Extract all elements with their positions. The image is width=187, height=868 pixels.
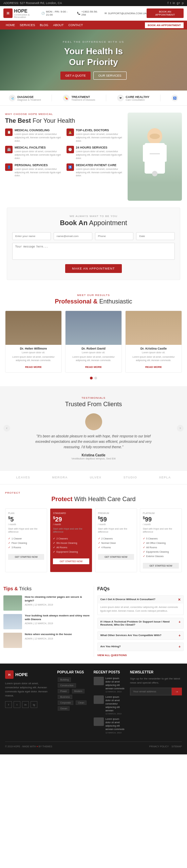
faq-toggle-3[interactable]: + <box>179 634 181 637</box>
dot-2[interactable] <box>94 377 97 379</box>
testimonials-label: TESTIMONIALS <box>5 396 182 399</box>
nav-blog[interactable]: BLOG <box>37 21 51 29</box>
faq-toggle-2[interactable]: + <box>179 620 181 626</box>
robert-read-more[interactable]: READ MORE <box>85 366 102 369</box>
testimonial-next-button[interactable]: › <box>177 425 184 432</box>
linkedin-icon[interactable]: in <box>173 1 175 5</box>
tip-image-3 <box>3 633 22 648</box>
logo-icon: H <box>3 8 13 18</box>
pricing-plan-premium: PREMIUM $59 / month Start with Hope and … <box>95 508 137 573</box>
testimonial-prev-button[interactable]: ‹ <box>3 425 10 432</box>
view-all-faqs[interactable]: VIEW ALL QUESTIONS <box>97 654 184 657</box>
clock-icon: 🕐 <box>41 12 45 15</box>
post-title-2: Lorem ipsum dolor sit amet consectetur a… <box>106 695 125 712</box>
facebook-icon[interactable]: f <box>168 1 169 5</box>
tip-meta-1: ADMIN | 12 MARCH, 2019 <box>25 604 90 606</box>
service-personal: 👤 PERSONAL SERVICES Lorem ipsum dolor si… <box>5 163 63 177</box>
tag-business[interactable]: Business <box>58 695 72 699</box>
name-input[interactable] <box>12 232 51 240</box>
medical-counseling-desc: Lorem ipsum dolor sit amet, consectetur … <box>15 133 63 142</box>
email-icon: ✉ <box>105 12 107 15</box>
plan-basic-price: $5 <box>8 516 44 523</box>
footer-instagram-icon[interactable]: ig <box>31 701 37 708</box>
footer-linkedin-icon[interactable]: in <box>22 701 29 708</box>
email-input[interactable] <box>54 232 92 240</box>
faqs-title: FAQs <box>97 586 184 591</box>
footer-post-1: Lorem ipsum dolor sit amet adipiscing el… <box>94 677 125 693</box>
faq-toggle-1[interactable]: ✕ <box>178 598 181 601</box>
faq-question-3[interactable]: What Other Services Are You Compatible W… <box>98 632 184 639</box>
footer-bottom-links: PRIVACY POLICY SITEMAP <box>149 745 182 748</box>
footer-twitter-icon[interactable]: t <box>14 701 20 708</box>
kristina-read-more[interactable]: READ MORE <box>145 366 162 369</box>
faq-question-2[interactable]: If I Have A Technical Problem Or Support… <box>98 618 184 628</box>
plan-platinum-btn[interactable]: GET STARTED NOW <box>143 563 179 569</box>
sitemap-link[interactable]: SITEMAP <box>171 745 182 748</box>
post-img-3 <box>94 717 104 726</box>
twitter-icon[interactable]: t <box>170 1 171 5</box>
testimonial-author-company: Vestibulum dapibus tempus, Sed Elit <box>29 457 158 460</box>
24hours-name: 24 HOURS SERVICES <box>76 146 125 149</box>
nav-home[interactable]: HOME <box>3 21 17 29</box>
get-quote-button[interactable]: GET A QUOTE <box>60 72 90 80</box>
nav-services[interactable]: SERVICES <box>17 21 37 29</box>
premium-feature-2: Normal Clean <box>98 541 134 545</box>
feature-treatment: 💊 TREATMENT Treatment of Diseases <box>63 95 95 101</box>
dot-1[interactable] <box>90 377 93 379</box>
footer-desc: Lorem ipsum dolor sit amet, consectetur … <box>5 682 52 698</box>
book-appointment-nav-button[interactable]: BOOK AN APPOINTMENT <box>145 22 184 28</box>
24hours-icon: 🕐 <box>67 146 74 153</box>
feature-care: ❤ CARE HEALTHY Care Consultation <box>117 95 149 101</box>
faq-question-1[interactable]: Can I Get A Divorce Without A Consultant… <box>98 596 184 604</box>
tip-image-2 <box>3 614 22 629</box>
nav-contact[interactable]: CONTACT <box>66 21 85 29</box>
helen-read-more[interactable]: READ MORE <box>25 366 42 369</box>
tag-construction[interactable]: Construction <box>58 683 76 688</box>
book-appointment-header-button[interactable]: BOOK AN APPOINTMENT <box>147 8 184 18</box>
team-grid: Dr. Helen Willmore Lorem ipsum dolor sit… <box>5 311 182 373</box>
plan-standard-btn[interactable]: GET STARTED NOW <box>53 558 89 564</box>
pinterest-icon[interactable]: p <box>182 1 184 5</box>
tag-building[interactable]: Building <box>58 677 71 682</box>
faq-toggle-4[interactable]: + <box>179 645 181 649</box>
pricing-plan-basic: PLAN $5 / month Start with Hope and see … <box>5 508 47 573</box>
plan-premium-btn[interactable]: GET STARTED NOW <box>98 554 134 560</box>
message-input[interactable] <box>12 243 175 260</box>
treatment-desc: Treatment of Diseases <box>71 99 95 101</box>
phone-input[interactable] <box>95 232 134 240</box>
robert-title: Lorem ipsum dolor sit. <box>66 351 121 354</box>
testimonials-title: Trusted From Clients <box>5 401 182 408</box>
tag-ocean[interactable]: Ocean <box>58 706 70 711</box>
feature-divider-2 <box>106 95 106 101</box>
footer-logo-icon: H <box>5 670 14 679</box>
google-icon[interactable]: g+ <box>177 1 180 5</box>
newsletter-email-input[interactable] <box>130 688 172 695</box>
footer-tags-list: Building Construction Power Modern Busin… <box>57 677 88 711</box>
plan-platinum-label: PLATINUM <box>143 512 179 514</box>
privacy-policy-link[interactable]: PRIVACY POLICY <box>149 745 169 748</box>
footer-tags-title: POPULAR TAGS <box>57 670 88 674</box>
platinum-feature-1: 5 Cleaners <box>143 536 179 541</box>
nav-about[interactable]: ABOUT <box>51 21 66 29</box>
best-title: The Best For Your Health <box>5 117 124 124</box>
our-services-button[interactable]: OUR SERVICES <box>93 72 127 80</box>
pricing-plan-standard: STANDARD $29 / month Start with Hope and… <box>50 508 92 573</box>
tag-clean[interactable]: Clean <box>76 701 87 705</box>
premium-feature-1: 2 Cleaners <box>98 536 134 541</box>
date-input[interactable] <box>136 232 175 240</box>
kristina-name: Dr. Kristina Castle <box>126 347 182 350</box>
tag-modern[interactable]: Modern <box>72 689 85 693</box>
tag-power[interactable]: Power <box>58 689 69 693</box>
svg-rect-2 <box>143 145 148 162</box>
make-appointment-button[interactable]: MAKE AN APPOINTMENT <box>65 264 121 273</box>
svg-point-4 <box>150 134 160 139</box>
plan-basic-btn[interactable]: GET STARTED NOW <box>8 554 44 560</box>
post-img-2 <box>94 695 104 704</box>
newsletter-submit-button[interactable]: → <box>172 688 182 695</box>
tag-corporate[interactable]: Corporate <box>58 701 73 705</box>
post-title-3: Lorem ipsum dolor sit amet adipiscing el… <box>106 717 125 731</box>
tip-meta-3: ADMIN | 12 MARCH, 2019 <box>25 637 72 640</box>
service-medical-counseling: 📋 MEDICAL COUNSELING Lorem ipsum dolor s… <box>5 129 63 142</box>
faq-question-4[interactable]: Are You Hiring? + <box>98 643 184 651</box>
footer-facebook-icon[interactable]: f <box>5 701 12 708</box>
